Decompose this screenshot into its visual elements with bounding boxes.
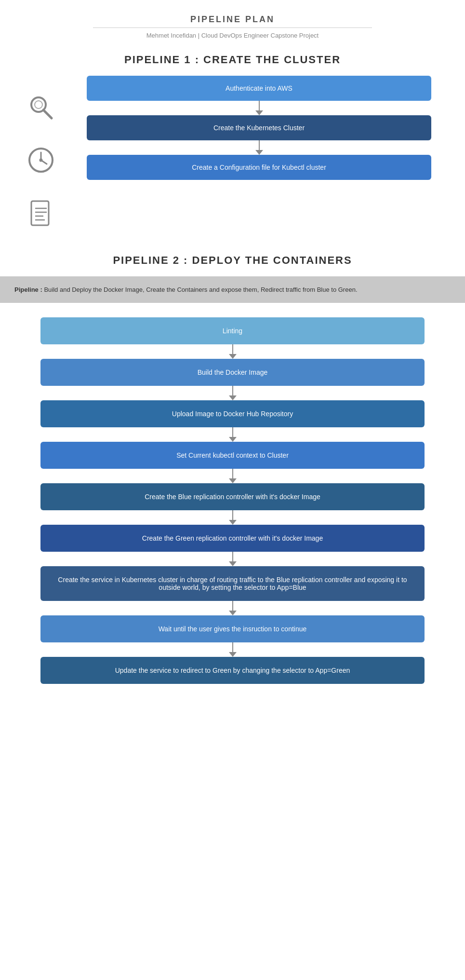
document-icon [27,199,55,228]
p2-arrow-7 [229,601,237,615]
p2-arrow-8 [229,642,237,657]
p2-box-1: Linting [40,317,424,344]
p2-box-6: Create the Green replication controller … [40,525,424,552]
header-subtitle: Mehmet Incefidan | Cloud DevOps Engineer… [0,32,465,39]
pipeline2-desc-bold: Pipeline : [14,286,42,293]
search-icon-container [22,81,60,134]
arrow-1 [255,101,263,115]
pipeline2-description: Pipeline : Build and Deploy the Docker I… [0,276,465,303]
page-container: PIPELINE PLAN Mehmet Incefidan | Cloud D… [0,0,465,698]
p2-arrow-2 [229,386,237,400]
pipeline2-area: Linting Build the Docker Image Upload Im… [0,317,465,684]
p2-box-5: Create the Blue replication controller w… [40,483,424,510]
p2-box-7: Create the service in Kubernetes cluster… [40,566,424,601]
header-divider [93,27,372,28]
pipeline1-title: PIPELINE 1 : CREATE THE CLUSTER [0,54,465,66]
arrow-2 [255,140,263,155]
clock-icon [27,146,55,175]
search-icon [27,93,55,122]
p1-box-2: Create the Kubernetes Cluster [87,115,432,140]
pipeline1-boxes: Authenticate into AWS Create the Kuberne… [67,76,451,180]
clock-icon-container [22,134,60,187]
header: PIPELINE PLAN Mehmet Incefidan | Cloud D… [0,14,465,39]
p2-box-4: Set Current kubectl context to Cluster [40,442,424,469]
document-icon-container [22,187,60,240]
p2-box-2: Build the Docker Image [40,359,424,386]
icons-column [14,76,67,240]
p1-box-1: Authenticate into AWS [87,76,432,101]
svg-line-1 [43,110,52,118]
p2-box-3: Upload Image to Docker Hub Repository [40,400,424,427]
svg-point-6 [40,159,42,161]
p2-arrow-4 [229,469,237,483]
p2-arrow-3 [229,427,237,442]
pipeline1-area: Authenticate into AWS Create the Kuberne… [0,76,465,240]
pipeline2-title: PIPELINE 2 : DEPLOY THE CONTAINERS [0,254,465,267]
p2-arrow-5 [229,510,237,525]
page-title: PIPELINE PLAN [0,14,465,25]
p2-box-9: Update the service to redirect to Green … [40,657,424,684]
p2-box-8: Wait until the user gives the insruction… [40,615,424,642]
svg-rect-7 [31,201,49,225]
p2-arrow-1 [229,344,237,359]
svg-point-2 [35,101,42,109]
p1-box-3: Create a Configuration file for Kubectl … [87,155,432,180]
p2-arrow-6 [229,552,237,566]
pipeline2-desc-text: Build and Deploy the Docker Image, Creat… [42,286,358,293]
